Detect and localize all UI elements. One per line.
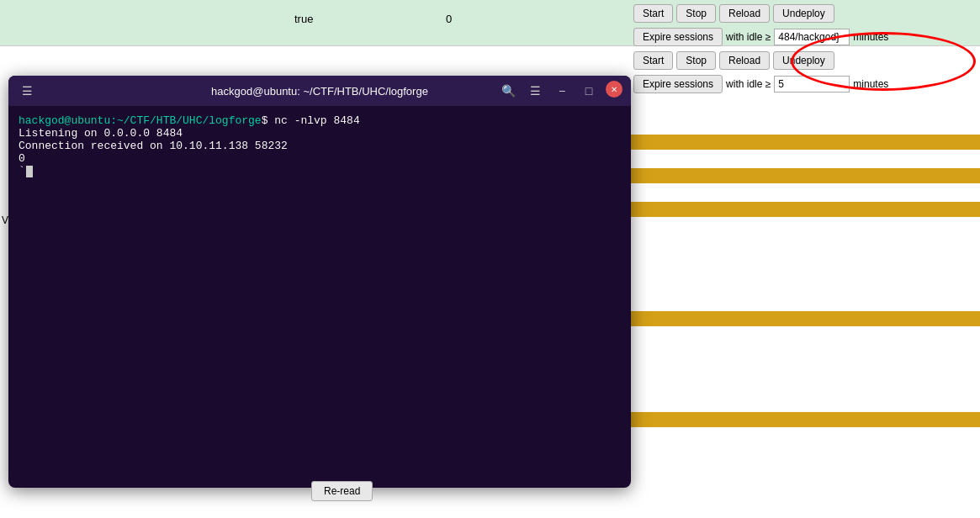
cell-true-value: true — [294, 13, 313, 25]
cell-zero-value: 0 — [446, 13, 452, 25]
start-button-2[interactable]: Start — [633, 51, 673, 70]
titlebar-icons-left: ☰ — [17, 81, 37, 101]
expire-sessions-button-1[interactable]: Expire sessions — [633, 28, 723, 46]
minutes-label-1: minutes — [853, 31, 888, 43]
reread-button[interactable]: Re-read — [311, 481, 373, 501]
start-button-1[interactable]: Start — [633, 4, 673, 23]
command-text: nc -nlvp 8484 — [274, 114, 359, 127]
stripe-2 — [627, 168, 980, 183]
titlebar-icons-right: 🔍 ☰ − □ ✕ — [498, 81, 622, 101]
expire-row-1: Expire sessions with idle ≥ minutes — [633, 28, 973, 46]
left-cell-v: V — [2, 214, 8, 226]
expire-input-2[interactable] — [774, 76, 850, 92]
prompt-symbol: $ — [262, 114, 275, 127]
undeploy-button-1[interactable]: Undeploy — [773, 4, 834, 23]
reload-button-1[interactable]: Reload — [719, 4, 770, 23]
search-icon[interactable]: 🔍 — [498, 81, 518, 101]
terminal-window: ☰ hackgod@ubuntu: ~/CTF/HTB/UHC/logforge… — [8, 76, 631, 488]
undeploy-button-2[interactable]: Undeploy — [773, 51, 834, 70]
maximize-icon[interactable]: □ — [579, 81, 599, 101]
terminal-prompt-line: hackgod@ubuntu:~/CTF/HTB/UHC/logforge$ n… — [19, 114, 621, 127]
output-line-1: Listening on 0.0.0.0 8484 — [19, 127, 621, 140]
prompt-user: hackgod@ubuntu — [19, 114, 110, 127]
expire-sessions-button-2[interactable]: Expire sessions — [633, 75, 723, 93]
minutes-label-2: minutes — [853, 78, 888, 90]
stripe-4 — [627, 311, 980, 326]
terminal-body: hackgod@ubuntu:~/CTF/HTB/UHC/logforge$ n… — [8, 106, 631, 488]
stop-button-2[interactable]: Stop — [676, 51, 716, 70]
stripe-1 — [627, 135, 980, 150]
control-row-1: Start Stop Reload Undeploy — [633, 4, 973, 23]
output-line-2: Connection received on 10.10.11.138 5823… — [19, 140, 621, 152]
with-idle-label-1: with idle ≥ — [726, 31, 771, 43]
terminal-title: hackgod@ubuntu: ~/CTF/HTB/UHC/logforge — [211, 85, 428, 98]
terminal-titlebar: ☰ hackgod@ubuntu: ~/CTF/HTB/UHC/logforge… — [8, 76, 631, 106]
hamburger-icon[interactable]: ☰ — [525, 81, 545, 101]
output-line-3: 0 — [19, 152, 621, 165]
cursor — [26, 166, 33, 177]
terminal-menu-icon[interactable]: ☰ — [17, 81, 37, 101]
reload-button-2[interactable]: Reload — [719, 51, 770, 70]
expire-input-1[interactable] — [774, 29, 850, 45]
stripe-5 — [627, 412, 980, 427]
prompt-path: :~/CTF/HTB/UHC/logforge — [110, 114, 261, 127]
minimize-icon[interactable]: − — [552, 81, 572, 101]
stripe-3 — [627, 202, 980, 217]
expire-row-2: Expire sessions with idle ≥ minutes — [633, 75, 973, 93]
with-idle-label-2: with idle ≥ — [726, 78, 771, 90]
close-icon[interactable]: ✕ — [606, 81, 622, 98]
controls-area: Start Stop Reload Undeploy Expire sessio… — [627, 0, 980, 103]
output-line-4: ` — [19, 165, 621, 177]
stop-button-1[interactable]: Stop — [676, 4, 716, 23]
control-row-2: Start Stop Reload Undeploy — [633, 51, 973, 70]
